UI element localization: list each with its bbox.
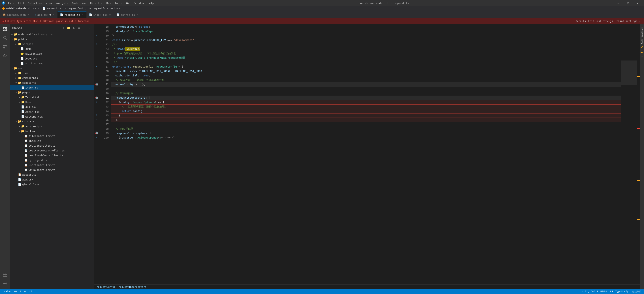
menu-view[interactable]: View: [44, 1, 54, 5]
sidebar-item-access[interactable]: 📋 access.ts: [10, 172, 94, 177]
sidebar-item-constants[interactable]: ▼ 📂 constants: [10, 80, 94, 85]
status-branch[interactable]: ⎇ dev: [2, 289, 12, 294]
tab-close-package-json[interactable]: ✕: [27, 13, 30, 16]
code-line-100: (response : AxiosResponse<T> ) => {: [111, 135, 621, 140]
minimize-button[interactable]: —: [614, 0, 623, 6]
menu-vue[interactable]: Vue: [80, 1, 88, 5]
sidebar-menu-button[interactable]: ⋯: [82, 26, 86, 30]
sidebar-new-file-button[interactable]: +: [61, 26, 66, 30]
close-button[interactable]: ✕: [633, 0, 642, 6]
menu-file[interactable]: File: [6, 1, 16, 5]
menu-selection[interactable]: Selection: [26, 1, 44, 5]
menu-code[interactable]: Code: [70, 1, 80, 5]
scroll-marker-warning-1: [637, 76, 640, 77]
sidebar-item-welcome[interactable]: 📄 Welcome.tsx: [10, 114, 94, 119]
sidebar-item-src[interactable]: ▼ 📂 src: [10, 66, 94, 71]
activity-search[interactable]: [1, 34, 9, 42]
menu-refactor[interactable]: Refactor: [88, 1, 104, 5]
breadcrumb-item-project[interactable]: antd-frontend-init: [6, 7, 32, 10]
error-details-link[interactable]: Details: [576, 20, 586, 23]
tab-close-app-tsx[interactable]: ✕: [52, 13, 55, 16]
menu-edit[interactable]: Edit: [16, 1, 26, 5]
tab-package-json[interactable]: 📦 package.json ✕: [0, 11, 32, 18]
sidebar-item-global-less[interactable]: 📄 global.less: [10, 182, 94, 187]
error-settings-link[interactable]: ESLint settings...: [616, 20, 642, 23]
editor-breadcrumb-interceptors[interactable]: requestInterceptors: [118, 285, 146, 288]
sidebar-item-user-controller[interactable]: 📋 userController.ts: [10, 163, 94, 167]
status-sync[interactable]: ↑0 ↓0: [13, 289, 22, 294]
status-language[interactable]: TypeScript: [614, 289, 631, 294]
sidebar-item-cname[interactable]: 📄 CNAME: [10, 46, 94, 51]
breadcrumb-item-file[interactable]: 📄 request.ts: [42, 7, 62, 10]
sidebar-item-node-modules[interactable]: ▶ 📁 node_modules library root: [10, 32, 94, 37]
sidebar-item-pro-icon-svg[interactable]: 📄 pro_icon.svg: [10, 61, 94, 66]
breadcrumb-item-src[interactable]: src: [35, 7, 40, 10]
activity-source-control[interactable]: [1, 43, 9, 51]
code-line-90: // 请求拦截器: [111, 91, 621, 96]
line-num-18: 18: [99, 25, 109, 29]
minimap-slider[interactable]: [621, 61, 637, 85]
sidebar-item-pages[interactable]: ▼ 📂 pages: [10, 90, 94, 95]
sidebar-item-umi[interactable]: ▶ 📁 .umi: [10, 71, 94, 75]
tab-index-tsx[interactable]: 📄 index.tsx ✕: [86, 11, 114, 18]
notifications-label[interactable]: Notifications: [641, 26, 644, 45]
folder-icon: 📁: [18, 76, 21, 79]
tab-close-config-ts[interactable]: ✕: [136, 13, 139, 16]
sidebar-item-file-controller[interactable]: 📋 fileController.ts: [10, 133, 94, 138]
sidebar-refresh-button[interactable]: ↻: [72, 26, 76, 30]
notification-arrow-up[interactable]: ↑: [641, 54, 643, 59]
activity-settings[interactable]: [1, 279, 9, 287]
status-encoding[interactable]: UTF-8: [599, 289, 609, 294]
sidebar-item-backend[interactable]: ▼ 📂 backend: [10, 129, 94, 133]
sidebar-item-wx-mp-controller[interactable]: 📋 wxMpController.ts: [10, 167, 94, 172]
notification-arrow-down[interactable]: ↓: [641, 59, 643, 63]
sidebar-item-user[interactable]: ▶ 📁 User: [10, 100, 94, 104]
code-area[interactable]: errorMessage?: string; showType?: ErrorS…: [111, 24, 621, 284]
menu-navigate[interactable]: Navigate: [54, 1, 70, 5]
sidebar-item-public[interactable]: ▼ 📂 public: [10, 37, 94, 42]
sidebar-item-tablelist[interactable]: ▶ 📁 TableList: [10, 95, 94, 100]
breadcrumb-item-interceptors[interactable]: ≡ requestInterceptors: [90, 7, 120, 10]
line-num-96: 96: [99, 118, 109, 122]
sidebar-item-ant-design-pro[interactable]: ▶ 📁 ant-design-pro: [10, 124, 94, 129]
status-line-ending[interactable]: LF: [609, 289, 614, 294]
sidebar-new-folder-button[interactable]: 📁: [66, 26, 71, 30]
sidebar-item-admin[interactable]: 📄 Admin.tsx: [10, 109, 94, 114]
sidebar-item-components[interactable]: ▶ 📁 components: [10, 75, 94, 80]
error-edit-link[interactable]: Edit .eslintrc.js: [588, 20, 613, 23]
tab-app-tsx[interactable]: ⚛ app.tsx ✕: [32, 11, 58, 18]
activity-explorer[interactable]: [1, 25, 9, 33]
editor-breadcrumb-config[interactable]: requestConfig: [96, 285, 116, 288]
sidebar-item-scripts[interactable]: ▶ 📁 scripts: [10, 42, 94, 46]
menu-git[interactable]: Git: [124, 1, 132, 5]
menu-help[interactable]: Help: [146, 1, 156, 5]
sidebar-close-button[interactable]: ✕: [87, 26, 92, 30]
activity-extensions[interactable]: [1, 271, 9, 279]
tab-request-ts[interactable]: 📄 request.ts ✕: [58, 11, 86, 18]
sidebar-item-logo-svg[interactable]: 📄 logo.svg: [10, 56, 94, 61]
tab-close-index-tsx[interactable]: ✕: [109, 13, 111, 16]
sidebar-collapse-button[interactable]: ⊟: [77, 26, 81, 30]
sidebar-item-constants-index[interactable]: 📋 index.ts: [10, 85, 94, 90]
sidebar-item-app-tsx[interactable]: 📄 app.tsx: [10, 177, 94, 182]
sidebar-item-post-controller[interactable]: 📋 postController.ts: [10, 143, 94, 148]
line-num-99: 99: [99, 131, 109, 135]
status-position[interactable]: Ln 91, Col 5: [579, 289, 599, 294]
sidebar-item-post-favour-controller[interactable]: 📋 postFavourController.ts: [10, 148, 94, 153]
menu-window[interactable]: Window: [133, 1, 146, 5]
breadcrumb-item-config[interactable]: ⚙ requestConfig: [64, 7, 86, 10]
status-errors[interactable]: ⊗ 1 ⚠ 7: [23, 289, 33, 294]
sidebar-item-favicon[interactable]: ⭐ favicon.ico: [10, 51, 94, 56]
menu-tools[interactable]: Tools: [113, 1, 124, 5]
sidebar-item-backend-index[interactable]: 📋 index.ts: [10, 138, 94, 143]
menu-run[interactable]: Run: [105, 1, 112, 5]
sidebar-item-404[interactable]: 📄 404.tsx: [10, 104, 94, 109]
breadcrumb-arrow: ›: [116, 285, 118, 288]
activity-debug[interactable]: [1, 52, 9, 60]
tab-close-request-ts[interactable]: ✕: [81, 13, 84, 16]
sidebar-item-typings[interactable]: 📋 typings.d.ts: [10, 158, 94, 163]
maximize-button[interactable]: ❐: [624, 0, 633, 6]
sidebar-item-post-thumb-controller[interactable]: 📋 postThumbController.ts: [10, 153, 94, 158]
tab-config-ts[interactable]: 📄 config.ts ✕: [114, 11, 141, 18]
sidebar-item-services[interactable]: ▼ 📂 services: [10, 119, 94, 124]
